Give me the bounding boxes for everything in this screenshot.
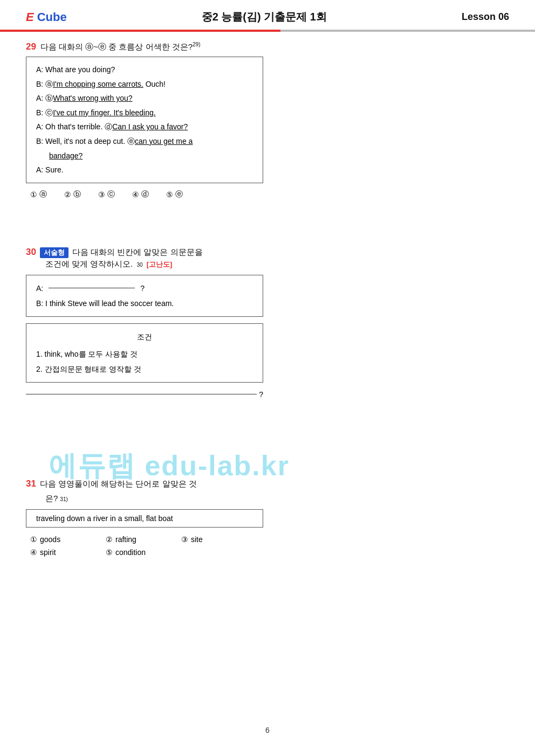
q30-qmark-inline: ?	[140, 281, 145, 296]
q31-option-5: ⑤ condition	[106, 548, 181, 557]
question-31: 31 다음 영영풀이에 해당하는 단어로 알맞은 것 은? 31) travel…	[26, 478, 509, 557]
dialogue-line-5: A: Oh that's terrible. ⓓCan I ask you a …	[36, 120, 253, 134]
logo-e: E	[26, 10, 34, 24]
page-header: E Cube 중2 능률(김) 기출문제 1회 Lesson 06	[0, 0, 535, 30]
q30-text1: 다음 대화의 빈칸에 알맞은 의문문을	[72, 247, 203, 258]
option-4: ④ ⓓ	[132, 190, 149, 199]
answer-qmark: ?	[259, 390, 263, 399]
answer-line-area: ?	[26, 390, 263, 399]
logo-cube: Cube	[37, 10, 67, 24]
divider-red	[0, 30, 280, 32]
dialogue-line-6: B: Well, it's not a deep cut. ⓔcan you g…	[36, 134, 253, 149]
q30-a-line: A: ?	[36, 281, 253, 296]
dialogue-line-7: A: Sure.	[36, 163, 253, 177]
q29-header: 29 다음 대화의 ⓐ~ⓔ 중 흐름상 어색한 것은?29)	[26, 41, 509, 52]
option-2: ② ⓑ	[64, 190, 81, 199]
q31-option-3: ③ site	[181, 535, 257, 544]
q29-dialogue-box: A: What are you doing? B: ⓐI'm chopping …	[26, 57, 263, 183]
q31-option-1: ① goods	[30, 535, 106, 544]
q30-difficulty: [고난도]	[147, 260, 173, 269]
q31-text2: 은?	[45, 494, 58, 504]
q30-number: 30	[26, 247, 36, 258]
dialogue-line-3: A: ⓑWhat's wrong with you?	[36, 91, 253, 106]
page-number: 6	[0, 720, 535, 745]
q30-sup: 30	[137, 262, 143, 268]
q29-text: 다음 대화의 ⓐ~ⓔ 중 흐름상 어색한 것은?29)	[40, 41, 201, 52]
logo-area: E Cube	[26, 10, 67, 24]
q30-dialogue-box: A: ? B: I think Steve will lead the socc…	[26, 275, 263, 317]
question-29: 29 다음 대화의 ⓐ~ⓔ 중 흐름상 어색한 것은?29) A: What a…	[26, 41, 509, 199]
q29-number: 29	[26, 41, 36, 52]
q31-option-4: ④ spirit	[30, 548, 106, 557]
q31-definition-box: traveling down a river in a small, flat …	[26, 509, 263, 528]
q30-conditions-box: 조건 1. think, who를 모두 사용할 것 2. 간접의문문 형태로 …	[26, 323, 263, 383]
main-content: 29 다음 대화의 ⓐ~ⓔ 중 흐름상 어색한 것은?29) A: What a…	[0, 32, 535, 588]
exam-title: 중2 능률(김) 기출문제 1회	[67, 10, 462, 24]
question-30: 30 서술형 다음 대화의 빈칸에 알맞은 의문문을 조건에 맞게 영작하시오.…	[26, 247, 509, 399]
q30-badge: 서술형	[40, 247, 68, 258]
q31-sup: 31)	[60, 496, 67, 502]
q29-options: ① ⓐ ② ⓑ ③ ⓒ ④ ⓓ ⑤ ⓔ	[26, 190, 509, 199]
header-divider	[0, 30, 535, 32]
option-3: ③ ⓒ	[98, 190, 115, 199]
condition-1: 1. think, who를 모두 사용할 것	[36, 346, 253, 362]
dialogue-line-6b: bandage?	[36, 149, 253, 163]
dialogue-line-2: B: ⓐI'm chopping some carrots. Ouch!	[36, 77, 253, 92]
q31-options: ① goods ② rafting ③ site ④ spirit ⑤ co	[26, 535, 509, 557]
q31-text1: 다음 영영풀이에 해당하는 단어로 알맞은 것	[40, 479, 197, 489]
q31-option-2: ② rafting	[106, 535, 181, 544]
dialogue-line-1: A: What are you doing?	[36, 63, 253, 77]
q31-definition: traveling down a river in a small, flat …	[36, 514, 173, 523]
lesson-label: Lesson 06	[462, 11, 509, 23]
condition-2: 2. 간접의문문 형태로 영작할 것	[36, 362, 253, 377]
answer-underline	[26, 394, 257, 394]
q30-blank	[49, 288, 135, 288]
dialogue-line-4: B: ⓒI've cut my finger. It's bleeding.	[36, 106, 253, 120]
conditions-title: 조건	[36, 329, 253, 344]
option-1: ① ⓐ	[30, 190, 47, 199]
q30-b-line: B: I think Steve will lead the soccer te…	[36, 296, 253, 311]
q31-number: 31	[26, 478, 36, 489]
option-5: ⑤ ⓔ	[166, 190, 183, 199]
exam-page: E Cube 중2 능률(김) 기출문제 1회 Lesson 06 에듀랩 ed…	[0, 0, 535, 756]
divider-gray	[280, 30, 535, 32]
q30-text2: 조건에 맞게 영작하시오.	[45, 259, 133, 269]
q30-a-label: A:	[36, 281, 43, 296]
